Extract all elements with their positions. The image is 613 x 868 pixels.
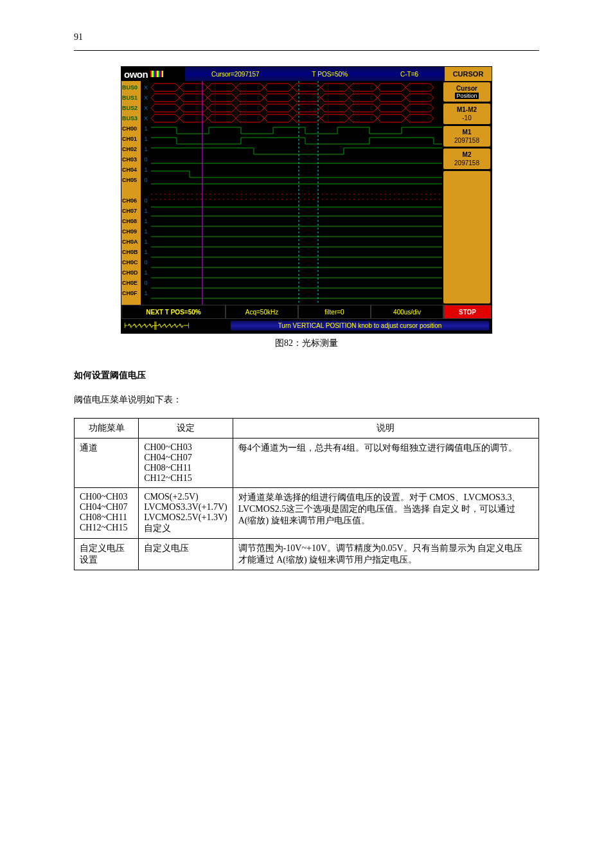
top-status-bar: Cursor=2097157 T POS=50% C-T=6 — [185, 67, 445, 81]
status-message: Turn VERTICAL POSITION knob to adjust cu… — [231, 321, 489, 330]
channel-label: CH09 — [122, 226, 140, 237]
table-cell: 每4个通道为一组，总共有4组。可以对每组独立进行阈值电压的调节。 — [233, 438, 538, 487]
m1-title: M1 — [445, 129, 489, 136]
channel-label: CH08 — [122, 216, 140, 226]
m2-value: 2097158 — [445, 159, 489, 167]
channel-value: X — [141, 93, 150, 103]
channel-label: BUS0 — [122, 82, 140, 93]
section-intro: 阈值电压菜单说明如下表： — [74, 393, 539, 407]
scope-status-row: ⊦∿∿∿∿∿╫∿∿∿∿∿⊣ Turn VERTICAL POSITION kno… — [121, 319, 492, 333]
channel-value: 1 — [141, 247, 150, 257]
cursor-readout: Cursor=2097157 — [211, 71, 260, 78]
acq-cell[interactable]: Acq=50kHz — [226, 305, 298, 319]
scrollbar-icon[interactable]: ⊦∿∿∿∿∿╫∿∿∿∿∿⊣ — [124, 321, 227, 330]
channel-value: 0 — [141, 257, 150, 267]
channel-value: 1 — [141, 134, 150, 144]
oscilloscope-screenshot: owon Cursor=2097157 T POS=50% C-T=6 CURS… — [121, 66, 492, 334]
channel-value: 0 — [141, 175, 150, 185]
figure-caption: 图82：光标测量 — [74, 338, 539, 349]
m1-panel[interactable]: M1 2097158 — [443, 126, 490, 147]
channel-label: CH0F — [122, 288, 140, 298]
channel-value: 1 — [141, 226, 150, 237]
channel-value-column: XXXX1110100111110101 — [141, 81, 151, 305]
channel-value: 1 — [141, 237, 150, 247]
page-number: 91 — [74, 32, 539, 42]
channel-value: 1 — [141, 206, 150, 216]
channel-value: 1 — [141, 267, 150, 278]
table-cell: 通道 — [75, 438, 139, 487]
channel-value: X — [141, 113, 150, 123]
position-label: Position — [455, 93, 478, 99]
table-cell: 自定义电压设置 — [75, 538, 139, 570]
table-cell: 对通道菜单选择的组进行阈值电压的设置。对于 CMOS、LVCMOS3.3、LVC… — [233, 487, 538, 538]
table-row: 通道CH00~CH03 CH04~CH07 CH08~CH11 CH12~CH1… — [75, 438, 539, 487]
timediv-cell[interactable]: 400us/div — [371, 305, 443, 319]
bus-hex-group — [151, 84, 434, 122]
col-header: 设定 — [139, 418, 233, 438]
channel-value: 1 — [141, 216, 150, 226]
table-cell: CMOS(+2.5V) LVCMOS3.3V(+1.7V) LVCMOS2.5V… — [139, 487, 233, 538]
channel-label: CH0A — [122, 237, 140, 247]
ct-readout: C-T=6 — [400, 71, 418, 78]
channel-label: CH0E — [122, 278, 140, 288]
channel-value: 1 — [141, 288, 150, 298]
channel-value: 0 — [141, 195, 150, 206]
table-cell: 自定义电压 — [139, 538, 233, 570]
channel-value: 1 — [141, 123, 150, 134]
horizontal-rule — [74, 50, 539, 51]
channel-label: CH0D — [122, 267, 140, 278]
scope-main: BUS0BUS1BUS2BUS3CH00CH01CH02CH03CH04CH05… — [121, 81, 492, 305]
stop-button[interactable]: STOP — [443, 305, 492, 319]
channel-label: BUS3 — [122, 113, 140, 123]
table-cell: 调节范围为-10V~+10V。调节精度为0.05V。只有当前显示为 自定义电压 … — [233, 538, 538, 570]
brand-logo: owon — [121, 67, 185, 81]
channel-value — [141, 185, 150, 195]
section-heading: 如何设置阈值电压 — [74, 368, 539, 383]
col-header: 功能菜单 — [75, 418, 139, 438]
m1-m2-panel[interactable]: M1-M2 -10 — [443, 104, 490, 124]
mode-button[interactable]: CURSOR — [445, 67, 492, 81]
logo-color-bars-icon — [150, 71, 163, 77]
channel-label: CH06 — [122, 195, 140, 206]
table-cell: CH00~CH03 CH04~CH07 CH08~CH11 CH12~CH15 — [139, 438, 233, 487]
channel-label: CH04 — [122, 165, 140, 175]
waveform-area[interactable] — [151, 81, 442, 305]
channel-label: CH0B — [122, 247, 140, 257]
empty-panel — [443, 171, 490, 303]
channel-label: CH02 — [122, 144, 140, 154]
channel-label: CH07 — [122, 206, 140, 216]
filter-cell[interactable]: filter=0 — [298, 305, 371, 319]
table-row: CH00~CH03 CH04~CH07 CH08~CH11 CH12~CH15C… — [75, 487, 539, 538]
channel-value: X — [141, 82, 150, 93]
channel-label: CH0C — [122, 257, 140, 267]
next-tpos-cell[interactable]: NEXT T POS=50% — [121, 305, 226, 319]
m2-panel[interactable]: M2 2097158 — [443, 149, 490, 169]
col-header: 说明 — [233, 418, 538, 438]
channel-value: X — [141, 103, 150, 113]
channel-value: 0 — [141, 154, 150, 165]
channel-label: BUS2 — [122, 103, 140, 113]
m1-m2-value: -10 — [445, 114, 489, 122]
cursor-label: Cursor — [445, 85, 489, 92]
channel-label-column: BUS0BUS1BUS2BUS3CH00CH01CH02CH03CH04CH05… — [121, 81, 141, 305]
scope-bottom-bar: NEXT T POS=50% Acq=50kHz filter=0 400us/… — [121, 305, 492, 319]
channel-label: CH05 — [122, 175, 140, 185]
cursor-position-panel[interactable]: Cursor Position — [443, 82, 490, 102]
channel-value: 1 — [141, 144, 150, 154]
tpos-readout: T POS=50% — [312, 71, 348, 78]
table-row: 自定义电压设置自定义电压调节范围为-10V~+10V。调节精度为0.05V。只有… — [75, 538, 539, 570]
table-cell: CH00~CH03 CH04~CH07 CH08~CH11 CH12~CH15 — [75, 487, 139, 538]
channel-label: CH03 — [122, 154, 140, 165]
scope-topbar: owon Cursor=2097157 T POS=50% C-T=6 CURS… — [121, 67, 492, 81]
channel-value: 0 — [141, 278, 150, 288]
brand-text: owon — [124, 69, 148, 80]
threshold-menu-table: 功能菜单 设定 说明 通道CH00~CH03 CH04~CH07 CH08~CH… — [74, 418, 539, 570]
m1-m2-title: M1-M2 — [445, 106, 489, 113]
side-panels: Cursor Position M1-M2 -10 M1 2097158 M2 … — [442, 81, 492, 305]
channel-label: CH00 — [122, 123, 140, 134]
m2-title: M2 — [445, 151, 489, 158]
waveform-svg — [151, 81, 442, 305]
m1-value: 2097158 — [445, 137, 489, 144]
channel-label — [122, 185, 140, 195]
channel-label: BUS1 — [122, 93, 140, 103]
